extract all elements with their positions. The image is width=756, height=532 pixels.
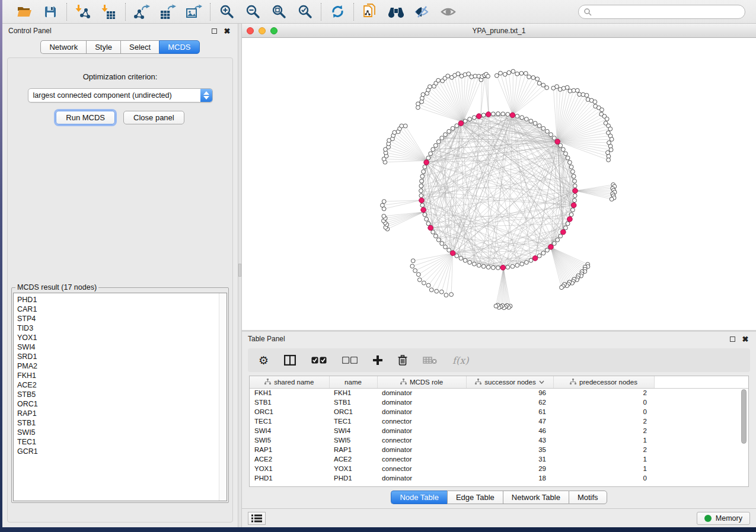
show-columns-button[interactable] [284, 352, 296, 368]
mcds-node-item[interactable]: PHD1 [17, 295, 227, 305]
network-window-titlebar: YPA_prune.txt_1 [242, 24, 756, 38]
table-row[interactable]: YOX1YOX1connector291 [250, 464, 748, 473]
zoom-fit-button[interactable] [270, 3, 288, 21]
zoom-selected-button[interactable] [296, 3, 314, 21]
mcds-node-item[interactable]: TID3 [17, 323, 227, 333]
table-type-tabs: Node TableEdge TableNetwork TableMotifs [242, 491, 756, 504]
task-history-button[interactable] [248, 512, 266, 525]
column-header-successor-nodes[interactable]: successor nodes [466, 376, 553, 388]
mcds-node-item[interactable]: TEC1 [17, 437, 227, 447]
delete-column-button[interactable] [398, 352, 407, 368]
tab-mcds[interactable]: MCDS [159, 40, 199, 54]
search-field[interactable] [578, 5, 745, 19]
mcds-node-item[interactable]: SRD1 [17, 352, 227, 361]
tab-motifs[interactable]: Motifs [569, 491, 607, 504]
save-session-button[interactable] [42, 3, 59, 21]
mcds-node-item[interactable]: ORC1 [17, 399, 227, 409]
splitter-handle-icon[interactable] [238, 264, 241, 277]
mcds-node-item[interactable]: RAP1 [17, 409, 227, 418]
table-row[interactable]: STB1STB1dominator620 [250, 398, 748, 407]
tab-network[interactable]: Network [40, 40, 86, 54]
zoom-selected-icon [298, 4, 312, 19]
column-header-predecessor-nodes[interactable]: predecessor nodes [553, 376, 654, 388]
clone-network-button[interactable] [361, 3, 379, 21]
clone-network-icon [363, 4, 377, 20]
show-panel-button[interactable] [439, 3, 457, 21]
control-panel-header: Control Panel ✖ [2, 24, 238, 38]
mcds-result-list[interactable]: PHD1CAR1STP4TID3YOX1SWI4SRD1PMA2FKH1ACE2… [13, 293, 227, 501]
table-row[interactable]: PHD1PHD1dominator180 [250, 473, 748, 483]
mcds-tab-content: Optimization criterion: largest connecte… [7, 57, 233, 523]
table-panel-title: Table Panel [248, 335, 285, 343]
mcds-node-item[interactable]: STB1 [17, 418, 227, 428]
import-network-icon [75, 4, 91, 20]
mcds-node-item[interactable]: FKH1 [17, 371, 227, 380]
export-network-button[interactable] [133, 3, 151, 21]
table-row[interactable]: ACE2ACE2connector311 [250, 454, 748, 464]
optimization-criterion-select[interactable]: largest connected component (undirected) [28, 88, 213, 102]
hide-panel-button[interactable] [413, 3, 431, 21]
mcds-node-item[interactable]: ACE2 [17, 380, 227, 390]
table-settings-button[interactable]: ⚙ [259, 352, 269, 368]
node-table: shared namenameMCDS rolesuccessor nodesp… [249, 376, 749, 487]
mcds-node-item[interactable]: SWI5 [17, 428, 227, 437]
column-header-filler [654, 376, 748, 388]
mcds-node-item[interactable]: CAR1 [17, 305, 227, 314]
table-scrollbar-thumb[interactable] [741, 389, 747, 444]
table-scrollbar[interactable] [741, 389, 747, 484]
table-row[interactable]: TEC1TEC1connector472 [250, 416, 748, 426]
network-canvas[interactable] [242, 38, 756, 330]
tab-node-table[interactable]: Node Table [391, 491, 447, 504]
fx-icon: f(x) [452, 355, 468, 366]
mcds-node-item[interactable]: STB5 [17, 390, 227, 399]
column-header-MCDS-role[interactable]: MCDS role [377, 376, 466, 388]
column-header-shared-name[interactable]: shared name [250, 376, 329, 388]
mcds-node-item[interactable]: YOX1 [17, 333, 227, 342]
network-search-button[interactable] [387, 3, 405, 21]
task-list-icon [251, 514, 262, 523]
zoom-in-button[interactable] [218, 3, 235, 21]
tab-network-table[interactable]: Network Table [503, 491, 569, 504]
optimization-criterion-value: largest connected component (undirected) [28, 91, 200, 100]
mcds-node-item[interactable]: GCR1 [17, 447, 227, 456]
memory-label: Memory [716, 514, 742, 523]
tab-edge-table[interactable]: Edge Table [447, 491, 503, 504]
memory-button[interactable]: Memory [697, 512, 750, 525]
create-column-button[interactable] [373, 352, 382, 368]
import-table-button[interactable] [100, 3, 118, 21]
column-header-name[interactable]: name [329, 376, 377, 388]
delete-table-button[interactable] [423, 352, 437, 368]
mcds-list-scrollbar[interactable] [219, 293, 227, 501]
search-input[interactable] [592, 8, 740, 16]
apply-style-button[interactable] [328, 3, 346, 21]
run-mcds-button[interactable]: Run MCDS [56, 111, 115, 124]
export-network-icon [133, 4, 150, 20]
close-panel-icon[interactable]: ✖ [222, 26, 232, 36]
mcds-node-item[interactable]: PMA2 [17, 361, 227, 371]
zoom-out-button[interactable] [244, 3, 261, 21]
float-table-panel-icon[interactable] [728, 334, 737, 344]
function-builder-button[interactable]: f(x) [452, 352, 468, 368]
select-all-columns-button[interactable] [311, 352, 327, 368]
table-row[interactable]: SWI5SWI5connector431 [250, 435, 748, 445]
mcds-node-item[interactable]: STP4 [17, 314, 227, 323]
import-network-button[interactable] [74, 3, 92, 21]
export-image-button[interactable] [185, 3, 203, 21]
table-row[interactable]: SWI4SWI4dominator462 [250, 426, 748, 435]
table-row[interactable]: ORC1ORC1dominator610 [250, 407, 748, 416]
mcds-node-item[interactable]: SWI4 [17, 342, 227, 352]
tab-style[interactable]: Style [86, 40, 120, 54]
tab-select[interactable]: Select [120, 40, 159, 54]
unselect-all-columns-button[interactable] [342, 352, 358, 368]
import-table-icon [101, 4, 117, 20]
close-panel-button[interactable]: Close panel [123, 111, 184, 124]
panel-splitter[interactable] [238, 24, 242, 527]
float-panel-icon[interactable] [209, 26, 219, 36]
export-table-button[interactable] [159, 3, 177, 21]
open-session-button[interactable] [15, 3, 33, 21]
plus-icon [373, 355, 382, 365]
close-table-panel-icon[interactable]: ✖ [741, 334, 750, 344]
table-row[interactable]: FKH1FKH1dominator962 [250, 388, 748, 398]
table-row[interactable]: RAP1RAP1dominator352 [250, 445, 748, 454]
network-graph[interactable] [242, 38, 752, 330]
